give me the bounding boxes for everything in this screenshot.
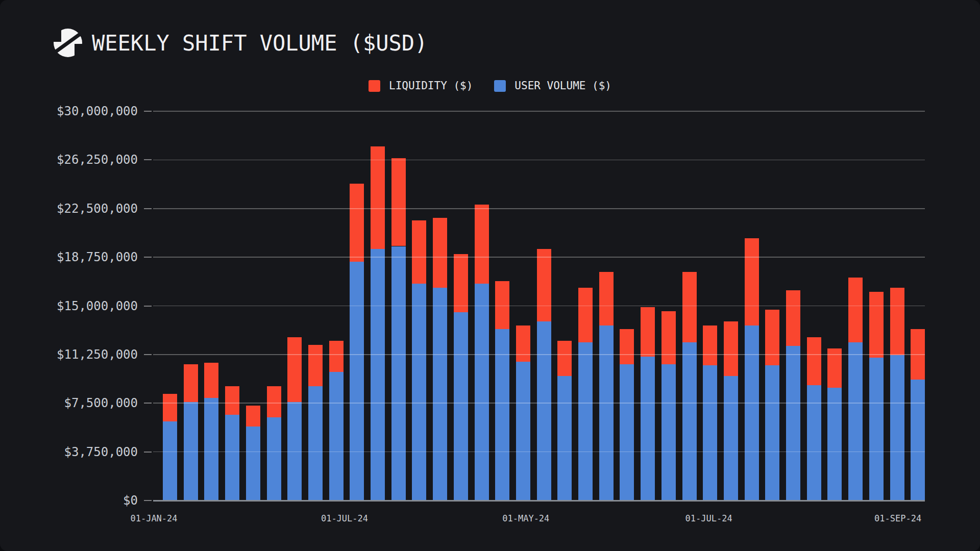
y-axis-tick xyxy=(144,354,152,355)
bar-liquidity[interactable] xyxy=(475,205,489,284)
y-axis-tick xyxy=(144,452,152,453)
bar-user-volume[interactable] xyxy=(391,246,406,500)
bar-liquidity[interactable] xyxy=(371,146,385,249)
bar-liquidity[interactable] xyxy=(890,288,904,355)
gridline xyxy=(153,160,925,161)
gridline xyxy=(153,111,925,112)
bar-liquidity[interactable] xyxy=(225,386,239,415)
bar-liquidity[interactable] xyxy=(786,290,800,346)
gridline xyxy=(153,257,925,258)
chart-plot-area: $0$3,750,000$7,500,000$11,250,000$15,000… xyxy=(0,0,980,551)
bar-user-volume[interactable] xyxy=(329,372,344,500)
bar-user-volume[interactable] xyxy=(641,357,655,500)
bar-user-volume[interactable] xyxy=(911,380,925,500)
bar-user-volume[interactable] xyxy=(786,346,800,500)
x-axis-line xyxy=(153,500,925,502)
bar-liquidity[interactable] xyxy=(308,345,323,386)
bar-user-volume[interactable] xyxy=(578,342,593,500)
gridline xyxy=(153,208,925,209)
bar-liquidity[interactable] xyxy=(703,325,717,366)
bar-user-volume[interactable] xyxy=(620,364,634,500)
y-axis-tick xyxy=(144,500,152,501)
bar-liquidity[interactable] xyxy=(599,272,614,325)
bar-user-volume[interactable] xyxy=(246,427,260,500)
bar-user-volume[interactable] xyxy=(516,362,530,500)
bar-user-volume[interactable] xyxy=(682,342,697,500)
bar-liquidity[interactable] xyxy=(537,249,551,321)
y-axis-label: $22,500,000 xyxy=(36,203,138,215)
chart-card: WEEKLY SHIFT VOLUME ($USD) LIQUIDITY ($)… xyxy=(0,0,980,551)
x-axis-label: 01-JUL-24 xyxy=(321,514,368,523)
bar-user-volume[interactable] xyxy=(869,358,884,500)
y-axis-tick xyxy=(144,403,152,404)
bar-liquidity[interactable] xyxy=(267,386,281,417)
bar-liquidity[interactable] xyxy=(246,406,260,427)
gridline xyxy=(153,403,925,404)
bar-user-volume[interactable] xyxy=(890,355,904,500)
x-axis-label: 01-SEP-24 xyxy=(874,514,921,523)
bar-liquidity[interactable] xyxy=(329,341,344,372)
bar-liquidity[interactable] xyxy=(620,329,634,364)
bar-liquidity[interactable] xyxy=(578,288,593,342)
bar-user-volume[interactable] xyxy=(454,312,468,500)
bar-user-volume[interactable] xyxy=(163,421,177,500)
bar-user-volume[interactable] xyxy=(537,321,551,500)
bar-user-volume[interactable] xyxy=(267,417,281,500)
bar-user-volume[interactable] xyxy=(433,288,447,500)
bar-liquidity[interactable] xyxy=(765,310,779,365)
bar-user-volume[interactable] xyxy=(204,398,218,500)
bar-liquidity[interactable] xyxy=(391,158,406,246)
gridline xyxy=(153,452,925,453)
bar-user-volume[interactable] xyxy=(848,342,863,500)
bar-liquidity[interactable] xyxy=(724,321,738,376)
bar-user-volume[interactable] xyxy=(475,284,489,500)
bar-user-volume[interactable] xyxy=(662,364,676,500)
y-axis-label: $0 xyxy=(36,494,138,507)
y-axis-tick xyxy=(144,159,152,160)
bar-liquidity[interactable] xyxy=(163,394,177,421)
y-axis-tick xyxy=(144,208,152,209)
x-axis-label: 01-JAN-24 xyxy=(130,514,177,523)
bar-liquidity[interactable] xyxy=(662,311,676,364)
bar-user-volume[interactable] xyxy=(599,325,614,500)
y-axis-label: $15,000,000 xyxy=(36,300,138,312)
y-axis-label: $3,750,000 xyxy=(36,446,138,458)
y-axis-tick xyxy=(144,111,152,112)
y-axis-label: $30,000,000 xyxy=(36,105,138,117)
y-axis-tick xyxy=(144,257,152,258)
bar-liquidity[interactable] xyxy=(516,325,530,362)
gridline xyxy=(153,354,925,355)
bar-liquidity[interactable] xyxy=(287,337,302,402)
bar-user-volume[interactable] xyxy=(371,249,385,500)
bar-user-volume[interactable] xyxy=(703,365,717,500)
bar-liquidity[interactable] xyxy=(454,254,468,312)
y-axis-tick xyxy=(144,306,152,307)
bar-liquidity[interactable] xyxy=(848,278,863,342)
bar-user-volume[interactable] xyxy=(765,365,779,500)
y-axis-label: $26,250,000 xyxy=(36,154,138,166)
bar-liquidity[interactable] xyxy=(204,363,218,398)
bar-liquidity[interactable] xyxy=(433,218,447,288)
gridline xyxy=(153,306,925,307)
bar-liquidity[interactable] xyxy=(184,364,198,402)
bar-liquidity[interactable] xyxy=(869,292,884,358)
y-axis-label: $11,250,000 xyxy=(36,348,138,361)
bar-liquidity[interactable] xyxy=(745,238,759,325)
bar-liquidity[interactable] xyxy=(807,337,821,385)
bar-liquidity[interactable] xyxy=(557,341,572,376)
x-axis-label: 01-MAY-24 xyxy=(502,514,549,523)
bar-user-volume[interactable] xyxy=(827,388,842,500)
bar-user-volume[interactable] xyxy=(412,284,426,500)
x-axis-label: 01-JUL-24 xyxy=(685,514,732,523)
bar-user-volume[interactable] xyxy=(225,415,239,500)
y-axis-label: $18,750,000 xyxy=(36,251,138,263)
bar-user-volume[interactable] xyxy=(745,325,759,500)
bar-user-volume[interactable] xyxy=(557,376,572,500)
bar-liquidity[interactable] xyxy=(350,184,364,262)
bar-liquidity[interactable] xyxy=(412,220,426,284)
bar-user-volume[interactable] xyxy=(724,376,738,500)
y-axis-label: $7,500,000 xyxy=(36,397,138,409)
bar-liquidity[interactable] xyxy=(682,272,697,342)
bar-liquidity[interactable] xyxy=(641,307,655,357)
bar-user-volume[interactable] xyxy=(350,262,364,500)
